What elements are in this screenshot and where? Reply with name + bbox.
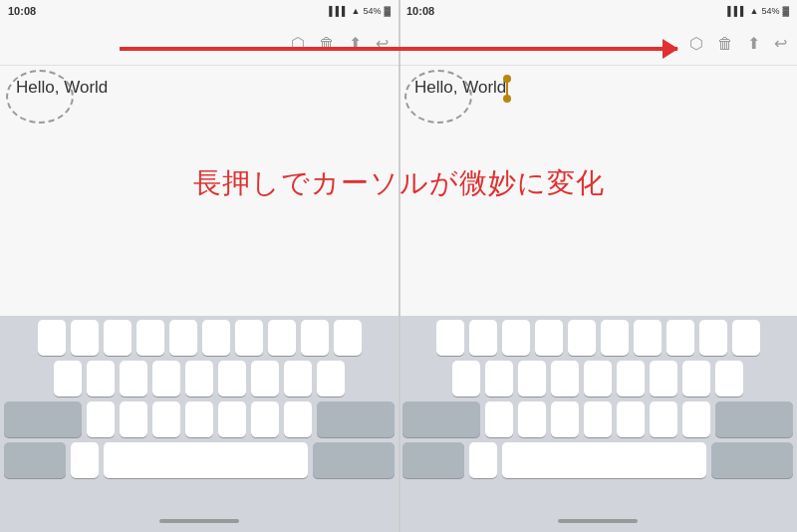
rkey-shift[interactable]: [402, 401, 480, 437]
right-home-bar: [558, 519, 638, 523]
key-c[interactable]: [152, 401, 180, 437]
rkey-f[interactable]: [551, 361, 579, 397]
rkey-l[interactable]: [715, 361, 743, 397]
key-b[interactable]: [218, 401, 246, 437]
rkey-space[interactable]: [502, 442, 706, 478]
rkey-n[interactable]: [650, 401, 677, 437]
key-u[interactable]: [235, 320, 263, 356]
rkey-o[interactable]: [699, 320, 727, 356]
left-battery-text: 54%: [363, 6, 381, 16]
key-r[interactable]: [136, 320, 164, 356]
right-text-area[interactable]: Hello, World: [398, 66, 797, 316]
rkey-j[interactable]: [650, 361, 677, 397]
left-keyboard-row-3: [4, 401, 395, 437]
rkey-k[interactable]: [682, 361, 710, 397]
left-wifi-icon: ▲: [352, 6, 361, 16]
key-j[interactable]: [251, 361, 279, 397]
key-p[interactable]: [334, 320, 362, 356]
right-wifi-icon: ▲: [750, 6, 759, 16]
rkey-g[interactable]: [584, 361, 612, 397]
rkey-m[interactable]: [682, 401, 710, 437]
key-o[interactable]: [301, 320, 329, 356]
right-keyboard-row-3: [402, 401, 793, 437]
left-home-bar: [159, 519, 239, 523]
right-battery-text: 54%: [761, 6, 779, 16]
key-emoji[interactable]: [71, 442, 99, 478]
left-time: 10:08: [8, 5, 36, 17]
right-share-icon[interactable]: ⬆: [747, 34, 760, 53]
right-keyboard-row-1: [402, 320, 793, 356]
right-bookmark-icon[interactable]: ⬡: [689, 34, 703, 53]
rkey-p[interactable]: [732, 320, 760, 356]
left-status-bar: 10:08 ▌▌▌ ▲ 54% ▓: [0, 0, 398, 22]
key-t[interactable]: [169, 320, 197, 356]
rkey-x[interactable]: [518, 401, 546, 437]
left-signal-icon: ▌▌▌: [329, 6, 348, 16]
rkey-w[interactable]: [469, 320, 497, 356]
rkey-numbers[interactable]: [402, 442, 464, 478]
key-i[interactable]: [268, 320, 296, 356]
right-signal-icon: ▌▌▌: [727, 6, 746, 16]
rkey-delete[interactable]: [715, 401, 793, 437]
rkey-z[interactable]: [485, 401, 513, 437]
key-w[interactable]: [71, 320, 99, 356]
rkey-e[interactable]: [502, 320, 530, 356]
key-q[interactable]: [38, 320, 66, 356]
rkey-h[interactable]: [617, 361, 645, 397]
key-d[interactable]: [120, 361, 147, 397]
key-v[interactable]: [185, 401, 213, 437]
key-f[interactable]: [152, 361, 180, 397]
left-status-icons: ▌▌▌ ▲ 54% ▓: [329, 6, 391, 16]
rkey-emoji[interactable]: [469, 442, 497, 478]
main-container: 長押しでカーソルが微妙に変化 10:08 ▌▌▌ ▲ 54% ▓ ⬡ 🗑 ⬆ ↩…: [0, 0, 797, 532]
left-home-indicator: [0, 510, 398, 532]
rkey-a[interactable]: [452, 361, 480, 397]
rkey-v[interactable]: [584, 401, 612, 437]
rkey-t[interactable]: [568, 320, 596, 356]
rkey-s[interactable]: [485, 361, 513, 397]
key-numbers[interactable]: [4, 442, 66, 478]
right-keyboard: [398, 316, 797, 510]
rkey-q[interactable]: [436, 320, 464, 356]
right-hello-world: Hello, World: [414, 78, 508, 97]
key-e[interactable]: [104, 320, 132, 356]
rkey-r[interactable]: [535, 320, 563, 356]
left-keyboard-row-4: [4, 442, 395, 478]
key-k[interactable]: [284, 361, 312, 397]
key-n[interactable]: [251, 401, 279, 437]
left-battery-icon: ▓: [384, 6, 391, 16]
red-arrow-container: [120, 34, 677, 64]
key-s[interactable]: [87, 361, 115, 397]
rkey-i[interactable]: [666, 320, 694, 356]
key-x[interactable]: [120, 401, 147, 437]
rkey-y[interactable]: [601, 320, 629, 356]
right-undo-icon[interactable]: ↩: [774, 34, 787, 53]
key-shift[interactable]: [4, 401, 82, 437]
left-hello-world: Hello, World: [16, 78, 108, 97]
key-h[interactable]: [218, 361, 246, 397]
left-text-area[interactable]: Hello, World: [0, 66, 398, 316]
rkey-c[interactable]: [551, 401, 579, 437]
rkey-return[interactable]: [711, 442, 793, 478]
panel-divider: [398, 0, 400, 532]
key-l[interactable]: [317, 361, 345, 397]
key-y[interactable]: [202, 320, 230, 356]
key-return[interactable]: [313, 442, 395, 478]
rkey-u[interactable]: [634, 320, 662, 356]
right-status-icons: ▌▌▌ ▲ 54% ▓: [727, 6, 789, 16]
key-a[interactable]: [54, 361, 82, 397]
rkey-d[interactable]: [518, 361, 546, 397]
key-m[interactable]: [284, 401, 312, 437]
right-keyboard-row-4: [402, 442, 793, 478]
key-space[interactable]: [104, 442, 308, 478]
right-status-bar: 10:08 ▌▌▌ ▲ 54% ▓: [398, 0, 797, 22]
red-arrow: [120, 47, 677, 51]
right-trash-icon[interactable]: 🗑: [717, 35, 733, 53]
key-z[interactable]: [87, 401, 115, 437]
rkey-b[interactable]: [617, 401, 645, 437]
key-g[interactable]: [185, 361, 213, 397]
text-cursor: [506, 79, 508, 99]
right-panel: 10:08 ▌▌▌ ▲ 54% ▓ ⬡ 🗑 ⬆ ↩ Hello, World: [398, 0, 797, 532]
key-delete[interactable]: [317, 401, 395, 437]
right-battery-icon: ▓: [782, 6, 789, 16]
